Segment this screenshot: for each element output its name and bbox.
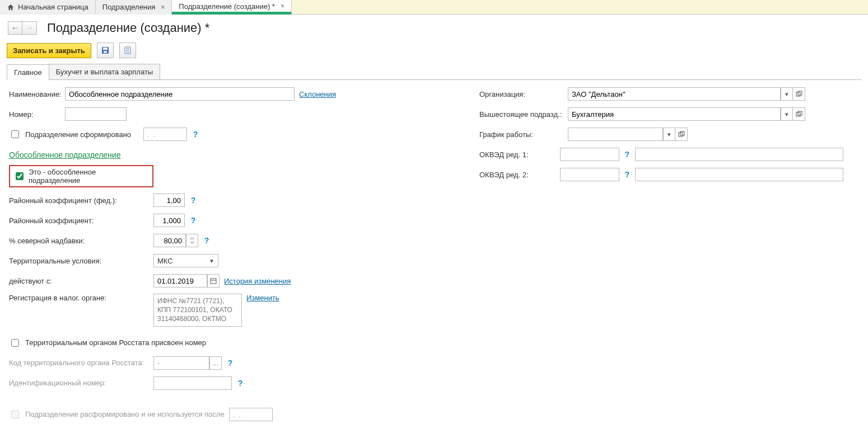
left-column: Наименование: Склонения Номер: Подраздел… bbox=[9, 87, 457, 422]
nav-forward[interactable]: → bbox=[22, 21, 37, 35]
rosstat-checkbox[interactable] bbox=[11, 339, 19, 347]
toolbar: Записать и закрыть bbox=[0, 41, 868, 62]
disbanded-date bbox=[229, 408, 273, 421]
change-link[interactable]: Изменить bbox=[246, 294, 279, 302]
page-title: Подразделение (создание) * bbox=[47, 21, 209, 35]
terr-select[interactable]: МКС ▼ bbox=[153, 254, 218, 267]
spinner-icon[interactable] bbox=[186, 234, 198, 247]
help-icon[interactable]: ? bbox=[236, 379, 244, 388]
tab-departments[interactable]: Подразделения × bbox=[96, 0, 172, 15]
open-icon[interactable] bbox=[793, 107, 805, 121]
disbanded-checkbox bbox=[11, 411, 19, 418]
tab-home-label: Начальная страница bbox=[18, 3, 88, 11]
schedule-input[interactable] bbox=[568, 128, 663, 141]
since-date-input[interactable] bbox=[153, 274, 207, 288]
home-icon bbox=[7, 3, 15, 11]
tab-main[interactable]: Главное bbox=[7, 64, 49, 80]
section-isolated: Обособленное подразделение bbox=[9, 150, 457, 159]
okved2-label: ОКВЭД ред. 2: bbox=[479, 171, 556, 179]
org-label: Организация: bbox=[479, 90, 563, 98]
nav-back[interactable]: ← bbox=[8, 21, 22, 35]
history-link[interactable]: История изменения bbox=[224, 277, 291, 285]
id-label: Идентификационный номер: bbox=[9, 379, 149, 387]
since-label: действуют с: bbox=[9, 277, 149, 285]
coef-input[interactable] bbox=[153, 214, 185, 227]
document-icon bbox=[123, 46, 132, 55]
rosstat-code-input[interactable] bbox=[153, 356, 209, 370]
isolated-checkbox[interactable] bbox=[16, 172, 24, 180]
formed-checkbox[interactable] bbox=[11, 130, 19, 138]
tax-label: Регистрация в налог. органе: bbox=[9, 294, 149, 302]
tab-accounting[interactable]: Бухучет и выплата зарплаты bbox=[49, 64, 161, 79]
coef-fed-input[interactable] bbox=[153, 194, 185, 207]
id-input[interactable] bbox=[153, 376, 232, 390]
isolated-highlight: Это - обособленное подразделение bbox=[9, 165, 153, 187]
rosstat-label: Территориальным органом Росстата присвое… bbox=[25, 338, 206, 347]
schedule-label: График работы: bbox=[479, 130, 563, 139]
help-icon[interactable]: ? bbox=[189, 196, 197, 205]
disbanded-label: Подразделение расформировано и не исполь… bbox=[25, 410, 225, 418]
parent-label: Вышестоящее подразд.: bbox=[479, 110, 563, 119]
calendar-icon[interactable] bbox=[207, 274, 220, 288]
open-icon[interactable] bbox=[675, 128, 688, 141]
help-icon[interactable]: ? bbox=[192, 130, 199, 139]
save-and-close-button[interactable]: Записать и закрыть bbox=[7, 43, 91, 58]
right-column: Организация: ▾ Вышестоящее подразд.: ▾ Г… bbox=[479, 87, 843, 422]
org-input[interactable] bbox=[568, 87, 781, 101]
isolated-label: Это - обособленное подразделение bbox=[29, 168, 149, 185]
document-button[interactable] bbox=[119, 43, 136, 58]
north-input[interactable] bbox=[153, 234, 186, 247]
nav-strip: ← → Подразделение (создание) * bbox=[0, 15, 868, 41]
form-body: Наименование: Склонения Номер: Подраздел… bbox=[0, 80, 868, 424]
formed-label: Подразделение сформировано bbox=[25, 130, 131, 139]
formed-date[interactable] bbox=[143, 128, 187, 141]
okved1-code[interactable] bbox=[560, 148, 619, 161]
okved2-desc[interactable] bbox=[635, 168, 843, 181]
number-input[interactable] bbox=[65, 107, 127, 121]
okved1-desc[interactable] bbox=[635, 148, 843, 161]
svg-rect-2 bbox=[104, 51, 107, 53]
coef-label: Районный коэффициент: bbox=[9, 216, 149, 225]
content-tabs: Главное Бухучет и выплата зарплаты bbox=[7, 64, 861, 80]
help-icon[interactable]: ? bbox=[624, 170, 631, 179]
north-label: % северной надбавки: bbox=[9, 237, 149, 245]
chevron-down-icon[interactable]: ▾ bbox=[781, 107, 793, 121]
nav-buttons: ← → bbox=[8, 21, 37, 35]
declensions-link[interactable]: Склонения bbox=[299, 90, 336, 98]
window-tabs: Начальная страница Подразделения × Подра… bbox=[0, 0, 868, 15]
chevron-down-icon[interactable]: ▾ bbox=[781, 87, 793, 101]
svg-rect-1 bbox=[103, 48, 108, 50]
close-icon[interactable]: × bbox=[281, 2, 284, 10]
help-icon[interactable]: ? bbox=[226, 359, 234, 368]
number-label: Номер: bbox=[9, 110, 60, 119]
terr-value: МКС bbox=[157, 257, 173, 265]
name-input[interactable] bbox=[65, 87, 295, 101]
chevron-down-icon[interactable]: ▾ bbox=[663, 128, 675, 141]
svg-rect-7 bbox=[211, 279, 216, 284]
parent-input[interactable] bbox=[568, 107, 781, 121]
tab-department-creation[interactable]: Подразделение (создание) * × bbox=[172, 0, 292, 15]
open-icon[interactable] bbox=[793, 87, 805, 101]
tab-home[interactable]: Начальная страница bbox=[0, 0, 96, 15]
tab-departments-label: Подразделения bbox=[102, 3, 156, 11]
help-icon[interactable]: ? bbox=[203, 236, 211, 245]
tax-value: ИФНС №7721 (7721), КПП 772100101, ОКАТО … bbox=[153, 294, 242, 327]
save-icon bbox=[101, 46, 110, 55]
chevron-down-icon: ▼ bbox=[209, 258, 214, 264]
rosstat-code-label: Код территориального органа Росстата: bbox=[9, 359, 149, 367]
tab-department-creation-label: Подразделение (создание) * bbox=[179, 2, 275, 11]
okved2-code[interactable] bbox=[560, 168, 619, 181]
more-icon[interactable]: … bbox=[209, 356, 222, 370]
help-icon[interactable]: ? bbox=[189, 216, 197, 225]
help-icon[interactable]: ? bbox=[624, 150, 631, 159]
save-button[interactable] bbox=[97, 43, 114, 58]
terr-label: Территориальные условия: bbox=[9, 257, 149, 265]
okved1-label: ОКВЭД ред. 1: bbox=[479, 150, 556, 159]
coef-fed-label: Районный коэффициент (фед.): bbox=[9, 196, 149, 205]
name-label: Наименование: bbox=[9, 90, 60, 98]
close-icon[interactable]: × bbox=[161, 3, 165, 11]
